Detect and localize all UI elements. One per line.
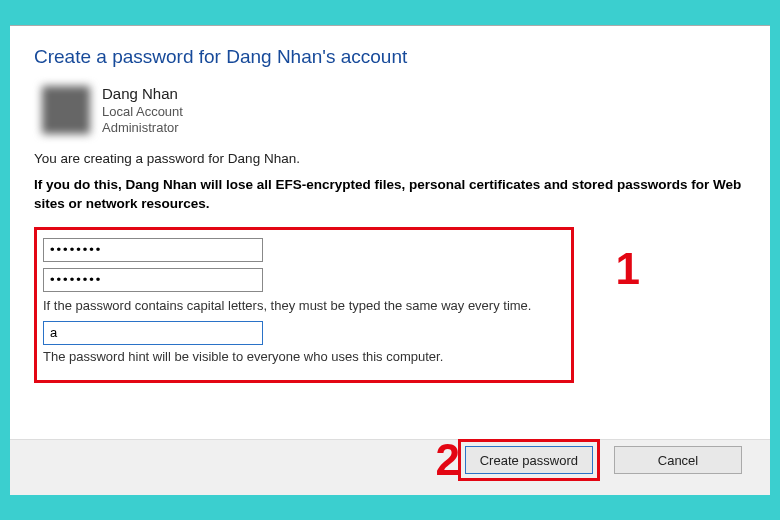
avatar: [42, 86, 90, 134]
info-line: You are creating a password for Dang Nha…: [34, 151, 746, 166]
warning-text: If you do this, Dang Nhan will lose all …: [34, 176, 746, 212]
cancel-button[interactable]: Cancel: [614, 446, 742, 474]
user-block: Dang Nhan Local Account Administrator: [42, 84, 746, 137]
create-password-window: Create a password for Dang Nhan's accoun…: [10, 25, 770, 495]
user-role: Administrator: [102, 120, 183, 137]
user-meta: Dang Nhan Local Account Administrator: [102, 84, 183, 137]
button-row: Create password Cancel: [458, 439, 742, 481]
password-case-note: If the password contains capital letters…: [43, 298, 561, 313]
create-button-highlight: Create password: [458, 439, 600, 481]
password-form-highlight: If the password contains capital letters…: [34, 227, 574, 383]
user-account-type: Local Account: [102, 104, 183, 121]
confirm-password-input[interactable]: [43, 268, 263, 292]
create-password-button[interactable]: Create password: [465, 446, 593, 474]
annotation-step-1: 1: [616, 244, 640, 294]
password-hint-input[interactable]: [43, 321, 263, 345]
annotation-step-2: 2: [436, 435, 460, 485]
hint-visibility-note: The password hint will be visible to eve…: [43, 349, 561, 364]
page-title: Create a password for Dang Nhan's accoun…: [34, 46, 746, 68]
password-input[interactable]: [43, 238, 263, 262]
user-name: Dang Nhan: [102, 84, 183, 104]
